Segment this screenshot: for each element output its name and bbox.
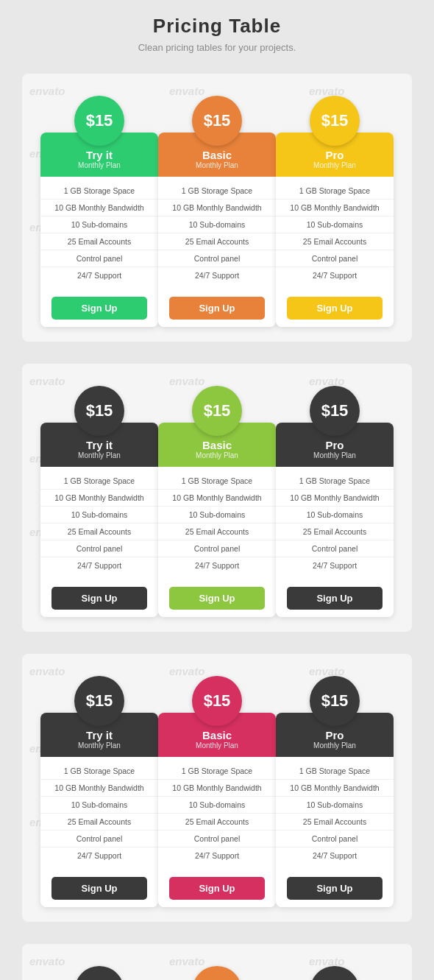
plan-name-tryit-1: Try it [48, 149, 151, 161]
plan-period-tryit-1: Monthly Plan [48, 161, 151, 169]
plan-badge-basic-1: $15 [192, 96, 242, 146]
plan-col-pro-2: $15 Pro Monthly Plan 1 GB Storage Space … [276, 386, 394, 617]
pricing-table-2: $15 Try it Monthly Plan 1 GB Storage Spa… [37, 386, 397, 617]
plan-card-tryit-2: Try it Monthly Plan 1 GB Storage Space 1… [40, 423, 158, 617]
plan-price-pro-1: $15 [321, 111, 349, 130]
plan-col-basic-2: $15 Basic Monthly Plan 1 GB Storage Spac… [158, 386, 276, 617]
pricing-table-4: $15 Try it Monthly Plan 1 GB Storage Spa… [37, 966, 397, 980]
plan-period-basic-1: Monthly Plan [166, 161, 268, 169]
plan-col-tryit-1: $15 Try it Monthly Plan 1 GB Storage Spa… [40, 96, 158, 327]
pricing-section-4: envato envato envato envato envato envat… [22, 944, 412, 980]
pricing-table-3: $15 Try it Monthly Plan 1 GB Storage Spa… [37, 676, 397, 907]
plan-period-pro-1: Monthly Plan [283, 161, 386, 169]
plan-name-pro-1: Pro [283, 149, 386, 161]
feature-email: 25 Email Accounts [40, 233, 158, 250]
plan-col-basic-4: $15 Basic Monthly Plan 1 GB Storage Spac… [158, 966, 276, 980]
plan-col-pro-3: $15 Pro Monthly Plan 1 GB Storage Space … [276, 676, 394, 907]
page-title: Pricing Table [0, 15, 434, 38]
pricing-section-3: envato envato envato envato envato envat… [22, 654, 412, 922]
plan-footer-pro-1: Sign Up [276, 289, 394, 327]
signup-button-pro-2[interactable]: Sign Up [287, 587, 383, 610]
plan-card-pro-1: Pro Monthly Plan 1 GB Storage Space 10 G… [276, 133, 394, 327]
plan-col-basic-3: $15 Basic Monthly Plan 1 GB Storage Spac… [158, 676, 276, 907]
feature-bandwidth: 10 GB Monthly Bandwidth [40, 200, 158, 216]
pricing-section-1: envato envato envato envato envato envat… [22, 74, 412, 342]
plan-badge-tryit-2: $15 [74, 386, 124, 436]
pricing-section-2: envato envato envato envato envato envat… [22, 364, 412, 632]
feature-subdomains: 10 Sub-domains [40, 216, 158, 233]
plan-col-tryit-3: $15 Try it Monthly Plan 1 GB Storage Spa… [40, 676, 158, 907]
signup-button-tryit-3[interactable]: Sign Up [51, 877, 147, 900]
plan-footer-basic-1: Sign Up [158, 289, 276, 327]
plan-col-tryit-4: $15 Try it Monthly Plan 1 GB Storage Spa… [40, 966, 158, 980]
plan-badge-pro-1: $15 [310, 96, 360, 146]
signup-button-basic-3[interactable]: Sign Up [169, 877, 265, 900]
feature-cpanel: Control panel [40, 250, 158, 267]
plan-footer-tryit-1: Sign Up [40, 289, 158, 327]
plan-badge-tryit-1: $15 [74, 96, 124, 146]
plan-col-pro-1: $15 Pro Monthly Plan 1 GB Storage Space … [276, 96, 394, 327]
plan-card-tryit-1: Try it Monthly Plan 1 GB Storage Space 1… [40, 133, 158, 327]
plan-name-basic-1: Basic [166, 149, 268, 161]
plan-features-pro-1: 1 GB Storage Space 10 GB Monthly Bandwid… [276, 177, 394, 289]
plan-features-basic-1: 1 GB Storage Space 10 GB Monthly Bandwid… [158, 177, 276, 289]
signup-button-pro-1[interactable]: Sign Up [287, 297, 383, 320]
plan-price-basic-1: $15 [204, 111, 231, 130]
signup-button-pro-3[interactable]: Sign Up [287, 877, 383, 900]
signup-button-basic-2[interactable]: Sign Up [169, 587, 265, 610]
plan-col-basic-1: $15 Basic Monthly Plan 1 GB Storage Spac… [158, 96, 276, 327]
plan-col-tryit-2: $15 Try it Monthly Plan 1 GB Storage Spa… [40, 386, 158, 617]
page-wrapper: Pricing Table Clean pricing tables for y… [0, 0, 434, 980]
signup-button-basic-1[interactable]: Sign Up [169, 297, 265, 320]
pricing-table-1: $15 Try it Monthly Plan 1 GB Storage Spa… [37, 96, 397, 327]
feature-support: 24/7 Support [40, 267, 158, 283]
signup-button-tryit-2[interactable]: Sign Up [51, 587, 147, 610]
plan-price-tryit-1: $15 [86, 111, 113, 130]
feature-storage: 1 GB Storage Space [40, 183, 158, 200]
plan-card-basic-1: Basic Monthly Plan 1 GB Storage Space 10… [158, 133, 276, 327]
plan-features-tryit-1: 1 GB Storage Space 10 GB Monthly Bandwid… [40, 177, 158, 289]
plan-col-pro-4: $15 Pro Monthly Plan 1 GB Storage Space … [276, 966, 394, 980]
signup-button-tryit-1[interactable]: Sign Up [51, 297, 147, 320]
page-subtitle: Clean pricing tables for your projects. [0, 42, 434, 53]
